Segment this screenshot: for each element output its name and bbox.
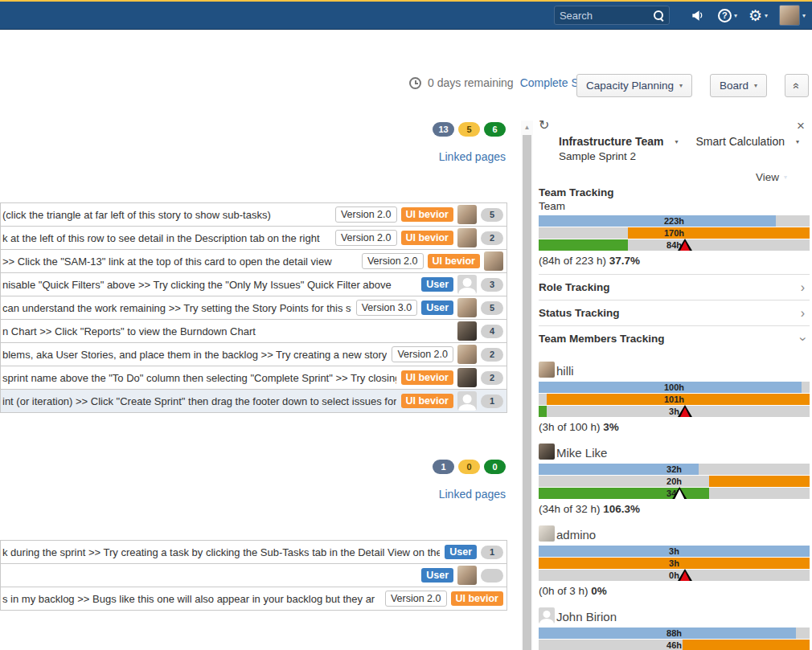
member-tracking-bars: 3h3h0h [539,546,810,581]
clock-icon [409,77,421,89]
issue-row[interactable]: nisable "Quick Filters" above >> Try cli… [0,272,507,296]
issue-row[interactable]: k at the left of this row to see detail … [0,226,507,250]
assignee-avatar [457,275,477,294]
tracking-bar-estimate: 3h [539,546,810,557]
settings-menu[interactable]: ⚙ ▾ [748,8,768,23]
issue-row[interactable]: int (or iteration) >> Click "Create Spri… [0,389,507,413]
issue-label: UI bevior [401,231,454,246]
close-icon[interactable]: × [797,119,805,133]
linked-pages-link[interactable]: Linked pages [439,150,506,163]
issue-rows: (click the triangle at far left of this … [0,202,507,413]
tracking-bar-remaining: 46h [539,640,810,650]
member-name: admino [556,528,596,542]
sprint-header: 0 days remaining Complete Sprint Capacit… [0,30,812,110]
version-label: Version 2.0 [335,230,397,247]
member-header: John Birion [539,607,810,623]
member-header: Mike Like [539,444,810,460]
team-member-block: Mike Like32h20h34h(34h of 32 h) 106.3% [539,444,810,515]
issue-row[interactable]: (click the triangle at far left of this … [0,202,507,227]
assignee-avatar [457,368,477,387]
user-avatar [779,5,800,26]
story-points-badge: 1 [481,546,503,559]
team-members-tracking-section[interactable]: Team Members Tracking › [539,325,810,351]
status-count-badge-done: 0 [484,460,506,474]
search-input[interactable] [560,10,653,22]
chevron-down-icon: ▾ [679,82,683,89]
issue-label: UI bevior [428,254,481,269]
role-tracking-section[interactable]: Role Tracking › [539,274,810,300]
tracking-bar-estimate: 100h [539,382,810,393]
story-points-badge: 5 [481,208,503,222]
assignee-avatar [457,321,477,341]
team-selector[interactable]: Infrastructure Team ▾ [559,135,678,148]
linked-pages-link[interactable]: Linked pages [439,488,506,501]
member-name: John Birion [556,610,617,623]
bar-value-label: 170h [539,227,810,239]
collapse-header-button[interactable]: « [785,74,809,97]
refresh-icon[interactable]: ↻ [539,119,549,132]
tracking-bar-logged: 3h [539,406,810,417]
chevron-down-icon: ▾ [734,12,737,19]
chevron-down-icon: ▾ [765,12,768,19]
status-badges: 1356 [0,122,507,137]
issue-row[interactable]: sprint name above the "To Do" column the… [0,366,507,390]
issue-row[interactable]: User [0,563,507,587]
issue-row[interactable]: n Chart >> Click "Reports" to view the B… [0,319,507,343]
team-tracking-bars: 223h170h84h [539,215,810,251]
issue-label: User [445,545,477,560]
issue-row[interactable]: s in my backlog >> Bugs like this one wi… [0,587,507,611]
chevron-down-icon: ▾ [802,12,806,19]
capacity-planning-button[interactable]: Capacity Planning ▾ [576,74,692,97]
story-points-badge: 2 [481,371,503,385]
issue-row[interactable]: can understand the work remaining >> Try… [0,296,507,320]
assignee-avatar [457,205,477,224]
calculation-selector[interactable]: Smart Calculation ▾ [695,135,799,148]
assignee-avatar [484,251,503,271]
member-header: admino [539,525,810,542]
issue-meta: 4 [457,321,503,341]
story-points-badge: 4 [481,325,503,338]
scrollbar-thumb[interactable] [523,135,531,650]
help-menu[interactable]: ? ▾ [718,9,737,22]
status-count-badge-todo: 1 [433,460,454,474]
view-menu[interactable]: View ▾ [756,171,787,183]
bar-value-label: 0h [539,570,810,581]
issue-meta: UI bevior2 [401,368,504,387]
scroll-up-arrow-icon[interactable]: ▲ [521,121,533,133]
user-menu[interactable]: ▾ [779,5,806,26]
vertical-scrollbar[interactable]: ▲ [521,121,533,650]
sprint-issue-list: 1356 Linked pages (click the triangle at… [0,112,521,650]
sprint-section: 100 Linked pages k during the sprint >> … [0,460,507,611]
status-tracking-section[interactable]: Status Tracking › [539,300,810,325]
version-label: Version 2.0 [362,253,424,270]
assignee-avatar [457,566,477,585]
issue-meta: Version 2.02 [392,345,503,364]
issue-row[interactable]: >> Click the "SAM-13" link at the top of… [0,249,507,273]
issue-label: UI bevior [401,394,454,409]
issue-row[interactable]: k during the sprint >> Try creating a ta… [0,540,507,564]
member-avatar [539,607,555,623]
bar-value-label: 84h [539,239,810,251]
team-member-block: John Birion88h46h47h(47h of 88 h) 53.4% [539,607,810,650]
story-points-badge: 5 [481,301,503,315]
team-member-block: admino3h3h0h(0h of 3 h) 0% [539,525,810,597]
member-name: hilli [556,364,574,378]
sprint-section: 1356 Linked pages (click the triangle at… [0,122,507,413]
member-summary: (0h of 3 h) 0% [539,585,810,597]
chevron-down-icon: ▾ [675,138,678,145]
gear-icon: ⚙ [748,8,762,23]
bar-value-label: 3h [539,546,810,557]
tracking-bar-remaining: 170h [539,227,810,239]
issue-label: UI bevior [451,591,504,607]
search-box[interactable] [554,6,670,25]
bar-value-label: 46h [539,640,810,650]
view-label: View [756,171,779,183]
announcements-button[interactable] [689,7,707,23]
role-tracking-title: Role Tracking [539,281,610,293]
member-tracking-bars: 100h101h3h [539,382,810,417]
issue-row[interactable]: blems, aka User Stories, and place them … [0,342,507,366]
board-button[interactable]: Board ▾ [710,74,767,97]
issue-label: UI bevior [401,370,454,386]
assignee-avatar [457,345,477,364]
member-avatar [539,444,555,460]
